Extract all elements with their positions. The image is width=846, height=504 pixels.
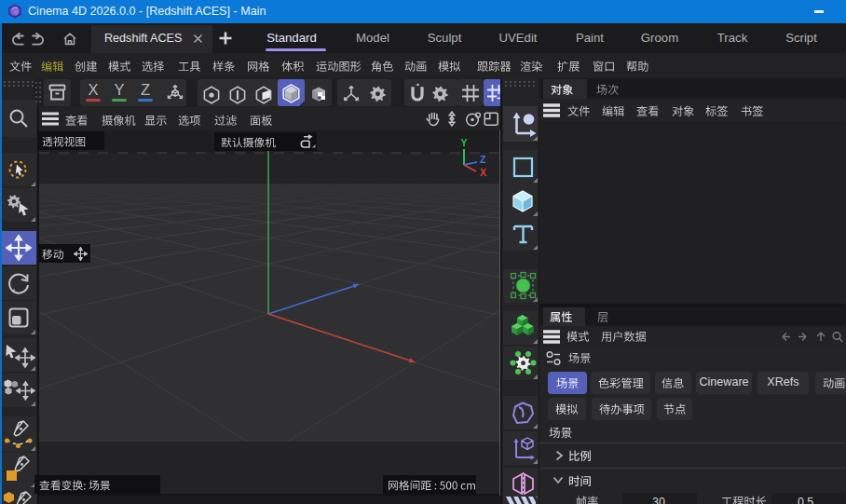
svg-text:Y: Y	[461, 137, 468, 148]
svg-text:Z: Z	[480, 154, 486, 165]
svg-text:X: X	[480, 167, 486, 178]
